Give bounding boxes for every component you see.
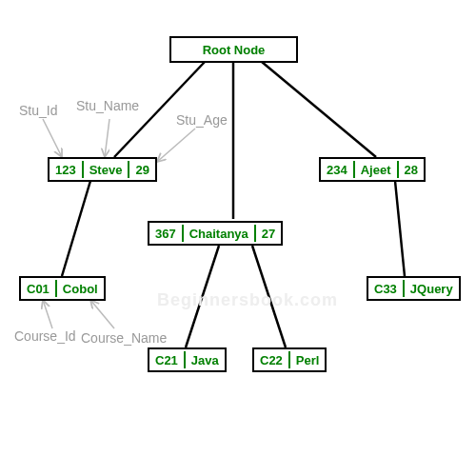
root-label: Root Node bbox=[197, 40, 271, 60]
course-node-perl: C22 Perl bbox=[252, 347, 327, 372]
svg-line-10 bbox=[43, 300, 52, 328]
course-node-cobol: C01 Cobol bbox=[19, 276, 106, 301]
stu-id: 123 bbox=[50, 160, 82, 180]
stu-age: 27 bbox=[256, 224, 281, 244]
stu-name: Steve bbox=[84, 160, 129, 180]
stu-id: 367 bbox=[149, 224, 182, 244]
course-id: C33 bbox=[368, 279, 403, 299]
svg-line-2 bbox=[262, 62, 376, 157]
course-id: C21 bbox=[149, 350, 184, 370]
svg-line-8 bbox=[105, 119, 109, 157]
root-node: Root Node bbox=[169, 36, 298, 63]
svg-line-3 bbox=[62, 181, 90, 276]
course-name: JQuery bbox=[405, 279, 459, 299]
label-stu-name: Stu_Name bbox=[76, 98, 139, 113]
svg-line-9 bbox=[157, 129, 195, 162]
course-name: Cobol bbox=[57, 279, 104, 299]
svg-line-4 bbox=[395, 181, 405, 276]
student-node-steve: 123 Steve 29 bbox=[48, 157, 157, 182]
svg-line-7 bbox=[43, 119, 62, 157]
label-course-name: Course_Name bbox=[81, 330, 167, 346]
label-course-id: Course_Id bbox=[14, 328, 76, 344]
label-stu-id: Stu_Id bbox=[19, 103, 57, 118]
course-id: C01 bbox=[21, 279, 55, 299]
label-stu-age: Stu_Age bbox=[176, 112, 228, 128]
course-node-java: C21 Java bbox=[148, 347, 227, 372]
stu-id: 234 bbox=[321, 160, 353, 180]
course-name: Perl bbox=[290, 350, 326, 370]
stu-age: 28 bbox=[399, 160, 424, 180]
stu-name: Ajeet bbox=[355, 160, 397, 180]
student-node-chaitanya: 367 Chaitanya 27 bbox=[148, 221, 283, 246]
watermark: Beginnersbook.com bbox=[157, 290, 338, 310]
course-id: C22 bbox=[254, 350, 288, 370]
student-node-ajeet: 234 Ajeet 28 bbox=[319, 157, 426, 182]
stu-age: 29 bbox=[129, 160, 154, 180]
course-name: Java bbox=[186, 350, 225, 370]
svg-line-11 bbox=[90, 300, 114, 328]
course-node-jquery: C33 JQuery bbox=[367, 276, 461, 301]
stu-name: Chaitanya bbox=[184, 224, 254, 244]
